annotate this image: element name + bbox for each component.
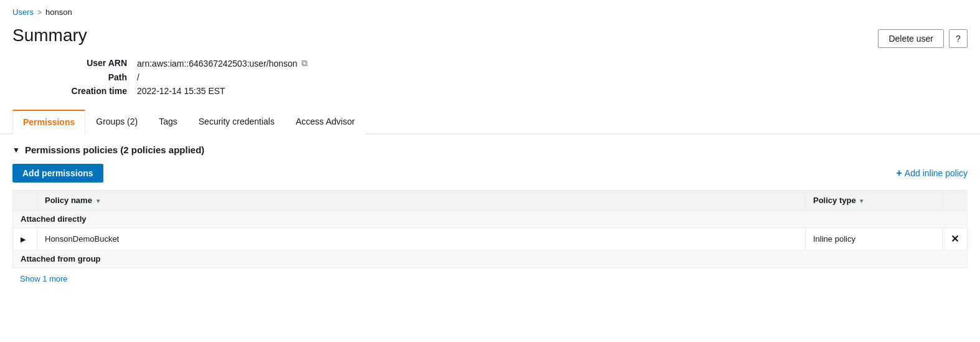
- tab-permissions[interactable]: Permissions: [12, 110, 85, 135]
- tabs: PermissionsGroups (2)TagsSecurity creden…: [12, 110, 968, 133]
- table-group-row: Attached directly: [13, 211, 968, 228]
- user-arn-label: User ARN: [12, 58, 137, 69]
- header-actions: Delete user ?: [878, 29, 968, 48]
- breadcrumb: Users > honson: [0, 0, 980, 21]
- user-arn-row: User ARN arn:aws:iam::646367242503:user/…: [12, 58, 968, 69]
- remove-policy-button[interactable]: ✕: [951, 234, 959, 244]
- col-expand: [13, 191, 37, 211]
- add-permissions-button[interactable]: Add permissions: [12, 164, 103, 183]
- tab-tags[interactable]: Tags: [148, 110, 188, 135]
- policy-remove-cell[interactable]: ✕: [943, 228, 968, 250]
- tabs-container: PermissionsGroups (2)TagsSecurity creden…: [0, 110, 980, 135]
- permissions-section-title: Permissions policies (2 policies applied…: [25, 145, 204, 155]
- page-header: Summary Delete user ?: [0, 21, 980, 58]
- add-inline-policy-label: Add inline policy: [905, 168, 968, 178]
- breadcrumb-separator: >: [37, 8, 42, 17]
- permissions-toolbar: Add permissions + Add inline policy: [12, 164, 968, 183]
- path-row: Path /: [12, 72, 968, 82]
- copy-arn-icon[interactable]: ⧉: [301, 58, 308, 69]
- table-header-row: Policy name ▾ Policy type ▾: [13, 191, 968, 211]
- path-label: Path: [12, 72, 137, 82]
- policies-table: Policy name ▾ Policy type ▾ Attached dir…: [12, 190, 968, 268]
- col-policy-type[interactable]: Policy type ▾: [806, 191, 943, 211]
- tab-groups[interactable]: Groups (2): [85, 110, 148, 135]
- show-more-link[interactable]: Show 1 more: [12, 268, 75, 290]
- collapse-arrow-icon[interactable]: ▼: [12, 146, 20, 154]
- content-area: ▼ Permissions policies (2 policies appli…: [0, 135, 980, 300]
- creation-time-row: Creation time 2022-12-14 15:35 EST: [12, 86, 968, 96]
- user-arn-value: arn:aws:iam::646367242503:user/honson ⧉: [137, 58, 308, 69]
- add-inline-plus-icon: +: [896, 168, 902, 179]
- col-policy-name[interactable]: Policy name ▾: [37, 191, 806, 211]
- breadcrumb-users-link[interactable]: Users: [12, 7, 34, 17]
- add-inline-policy-button[interactable]: + Add inline policy: [896, 168, 968, 179]
- policy-name-sort-icon: ▾: [97, 197, 100, 204]
- expand-arrow-icon[interactable]: ▶: [21, 235, 26, 243]
- creation-time-value: 2022-12-14 15:35 EST: [137, 86, 225, 96]
- creation-time-label: Creation time: [12, 86, 137, 96]
- page-title: Summary: [12, 26, 87, 45]
- path-value: /: [137, 72, 139, 82]
- tab-access-advisor[interactable]: Access Advisor: [285, 110, 365, 135]
- summary-section: User ARN arn:aws:iam::646367242503:user/…: [0, 58, 980, 110]
- expand-cell[interactable]: ▶: [13, 228, 37, 250]
- delete-user-button[interactable]: Delete user: [878, 29, 944, 48]
- policy-name-value: HonsonDemoBucket: [45, 234, 119, 244]
- breadcrumb-current: honson: [45, 7, 72, 17]
- help-button[interactable]: ?: [949, 29, 968, 48]
- table-row: ▶ HonsonDemoBucket Inline policy ✕: [13, 228, 968, 250]
- show-more-container: Show 1 more: [12, 268, 968, 290]
- policy-type-sort-icon: ▾: [860, 197, 863, 204]
- tab-security-credentials[interactable]: Security credentials: [188, 110, 285, 135]
- policy-name-cell: HonsonDemoBucket: [37, 228, 806, 250]
- permissions-section-header: ▼ Permissions policies (2 policies appli…: [12, 145, 968, 155]
- table-group-row: Attached from group: [13, 250, 968, 268]
- col-actions: [943, 191, 968, 211]
- policy-type-value: Inline policy: [813, 234, 855, 244]
- policy-type-cell: Inline policy: [806, 228, 943, 250]
